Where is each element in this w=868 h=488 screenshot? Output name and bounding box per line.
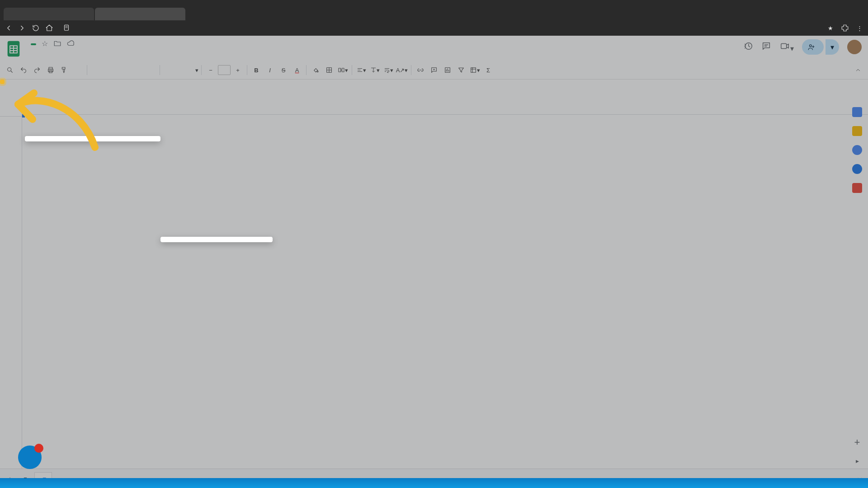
bookmark-star-icon[interactable]: ★ bbox=[826, 24, 835, 32]
site-lock-icon bbox=[62, 24, 71, 32]
file-menu-dropdown bbox=[25, 136, 160, 141]
snomed-notification-count bbox=[34, 444, 43, 453]
modal-dim-overlay bbox=[0, 36, 868, 488]
nav-forward-icon[interactable] bbox=[18, 24, 26, 32]
nav-home-icon[interactable] bbox=[45, 24, 53, 32]
browser-tab-inactive[interactable] bbox=[4, 8, 94, 20]
browser-menu-icon[interactable]: ⋮ bbox=[855, 24, 863, 32]
google-sheets-app: ☆ ▾ ▾ bbox=[0, 36, 868, 488]
presentation-footer-strip bbox=[0, 478, 868, 488]
browser-tabstrip bbox=[0, 0, 868, 20]
nav-back-icon[interactable] bbox=[5, 24, 13, 32]
extensions-icon[interactable] bbox=[841, 24, 849, 32]
browser-toolbar: ★ ⋮ bbox=[0, 20, 868, 36]
nav-reload-icon[interactable] bbox=[32, 24, 40, 32]
download-submenu bbox=[160, 237, 273, 242]
address-bar[interactable] bbox=[59, 22, 821, 34]
browser-tab-active[interactable] bbox=[95, 8, 185, 20]
snomed-badge[interactable] bbox=[18, 446, 42, 469]
